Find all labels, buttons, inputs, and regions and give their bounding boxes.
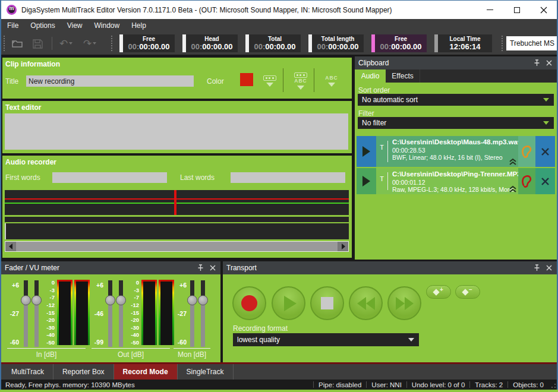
group-underline <box>92 348 170 349</box>
waveform-channel-1 <box>5 190 349 203</box>
minimize-button[interactable] <box>477 1 503 19</box>
color-swatch[interactable] <box>240 73 253 86</box>
clip-remove-button[interactable] <box>535 136 555 167</box>
fader-slider[interactable] <box>190 280 194 347</box>
vu-meter <box>57 280 72 345</box>
font-selector[interactable]: Trebuchet MS <box>506 36 557 50</box>
status-user: User: NNI <box>366 381 406 388</box>
clip-title-input[interactable] <box>26 75 194 87</box>
menu-view[interactable]: View <box>61 19 89 32</box>
close-icon[interactable] <box>546 265 552 271</box>
recording-format-label: Recording format <box>233 324 288 333</box>
fader-knob[interactable] <box>187 295 197 305</box>
vu-meter <box>74 280 90 345</box>
panel-title: Clipboard <box>358 59 389 67</box>
waveform-scrollbar[interactable] <box>5 241 349 252</box>
text-editor-area[interactable] <box>5 113 348 150</box>
tab-singletrack[interactable]: SingleTrack <box>178 364 234 380</box>
undo-button[interactable]: ↶ <box>56 36 75 50</box>
vu-meter <box>141 280 157 345</box>
menu-file[interactable]: File <box>1 19 24 32</box>
pin-icon[interactable] <box>534 264 540 271</box>
save-button[interactable] <box>30 36 45 50</box>
clip-information-panel: Clip information Title Color ABC ABC <box>2 58 352 99</box>
undo-icon: ↶ <box>59 39 68 49</box>
waveform-display[interactable] <box>5 190 349 252</box>
first-words-input[interactable] <box>52 172 167 183</box>
fader-slider[interactable] <box>119 280 123 347</box>
filter-select[interactable]: No filter <box>358 117 554 129</box>
fader-knob[interactable] <box>198 295 208 305</box>
toolbar-drag-handle[interactable] <box>502 36 503 51</box>
diamond-minus-icon <box>462 289 468 295</box>
record-button[interactable] <box>232 286 266 320</box>
color-dropdown-button[interactable] <box>259 69 280 92</box>
x-icon <box>541 178 549 185</box>
clip-play-button[interactable] <box>357 168 376 194</box>
redo-button[interactable]: ↷ <box>80 36 99 50</box>
open-button[interactable] <box>10 36 25 50</box>
fader-group-in: +6 -27 -60 0-3-7-12-15-20-30-40-50 In [d… <box>5 274 88 362</box>
menu-options[interactable]: Options <box>24 19 61 32</box>
chevron-down-icon <box>543 121 549 125</box>
fader-knob[interactable] <box>21 295 31 305</box>
clip-remove-button[interactable] <box>535 168 555 194</box>
pin-icon[interactable] <box>197 264 204 271</box>
monitor-button[interactable] <box>518 168 535 194</box>
tab-record-mode[interactable]: Record Mode <box>114 364 178 380</box>
clip-play-button[interactable] <box>357 136 376 167</box>
expand-icon[interactable] <box>509 158 517 166</box>
scroll-left-button[interactable] <box>5 242 15 251</box>
abc-dropdown-button[interactable]: ABC <box>321 69 342 92</box>
status-objects: Objects: 0 <box>507 381 548 388</box>
panel-title: Transport <box>226 264 257 272</box>
close-icon[interactable] <box>210 265 216 271</box>
color-strip-icon <box>294 72 307 78</box>
play-button[interactable] <box>272 286 305 320</box>
fader-slider[interactable] <box>201 280 205 347</box>
fader-slider[interactable] <box>34 280 39 347</box>
fader-vu-panel: Fader / VU meter +6 -27 -60 0-3-7-12-15-… <box>1 261 220 362</box>
strip-abc-dropdown-button[interactable]: ABC <box>290 69 311 92</box>
tab-reporter-box[interactable]: Reporter Box <box>53 364 114 380</box>
toolbar-drag-handle[interactable] <box>4 36 5 51</box>
playhead-cursor[interactable] <box>174 190 176 215</box>
expand-icon[interactable] <box>509 185 517 193</box>
scrollbar-thumb[interactable] <box>15 242 338 251</box>
track-indicator: T <box>376 141 388 162</box>
app-icon: m <box>7 5 17 15</box>
fader-slider[interactable] <box>108 280 112 347</box>
fader-group-out: +6 -46 -99 0-3-7-12-15-20-30-40-50 Out [… <box>89 274 172 362</box>
chevron-down-icon <box>408 338 414 342</box>
ear-icon <box>521 144 532 159</box>
clipboard-item[interactable]: T C:\Users\nin\Desktop\Ping-Trenner.MP3 … <box>357 168 555 194</box>
maximize-button[interactable] <box>503 1 530 19</box>
add-marker-button[interactable]: + <box>426 285 451 299</box>
menu-bar: File Options View Window Help <box>1 19 557 32</box>
resize-grip[interactable] <box>548 380 557 390</box>
rewind-button[interactable] <box>349 286 383 320</box>
recording-format-select[interactable]: lowest quality <box>233 333 419 346</box>
fader-knob[interactable] <box>105 295 115 305</box>
menu-help[interactable]: Help <box>125 19 152 32</box>
menu-window[interactable]: Window <box>89 19 126 32</box>
last-words-input[interactable] <box>231 172 345 183</box>
forward-button[interactable] <box>387 286 421 320</box>
clipboard-item[interactable]: T C:\Users\nin\Desktop\Maus-48.mp3.wav 0… <box>357 136 555 167</box>
sort-order-select[interactable]: No automatic sort <box>358 94 554 106</box>
toolbar-drag-handle[interactable] <box>111 36 112 51</box>
fader-slider[interactable] <box>24 280 28 347</box>
tab-audio[interactable]: Audio <box>355 69 386 83</box>
pin-icon[interactable] <box>534 59 540 67</box>
fader-header: Fader / VU meter <box>1 261 220 274</box>
stop-button[interactable] <box>310 286 344 320</box>
title-label: Title <box>5 77 18 86</box>
tab-effects[interactable]: Effects <box>386 69 420 83</box>
monitor-button[interactable] <box>518 136 535 167</box>
scroll-right-button[interactable] <box>338 242 348 251</box>
remove-marker-button[interactable]: − <box>455 285 480 299</box>
close-button[interactable] <box>530 1 557 19</box>
close-icon[interactable] <box>546 60 552 66</box>
clip-info-text: C:\Users\nin\Desktop\Ping-Trenner.MP3 00… <box>388 168 518 194</box>
tab-multitrack[interactable]: MultiTrack <box>2 364 53 380</box>
